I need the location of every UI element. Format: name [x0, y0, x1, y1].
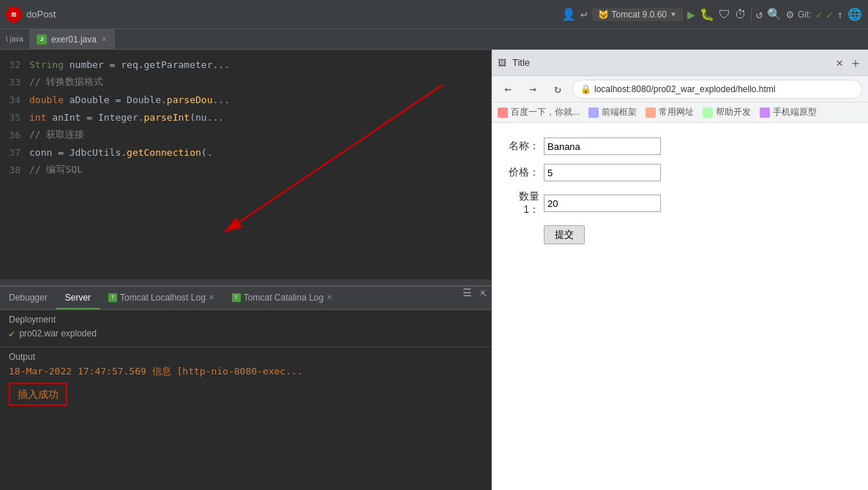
bookmarks-bar: 百度一下，你就... 前端框架 常用网址 帮助开发 手机端原型 [492, 102, 868, 123]
code-editor[interactable]: 32 String number = req.getParameter... 3… [0, 50, 491, 279]
browser-icon[interactable]: 🌐 [848, 7, 862, 21]
browser-title: Title [512, 57, 830, 68]
tab-tomcat-localhost[interactable]: T Tomcat Localhost Log ✕ [100, 287, 223, 309]
tomcat-catalina-icon: T [232, 293, 241, 302]
deployment-name: pro02.war exploded [19, 328, 96, 339]
main-toolbar: m doPost 👤 ↩ 🐱 Tomcat 9.0.60 ▼ ▶ 🐛 🛡 ⏱ ↺… [0, 0, 868, 29]
price-input[interactable] [544, 164, 661, 181]
browser-window-icon: 🖼 [498, 58, 506, 68]
bookmark-help[interactable]: 帮助开发 [703, 106, 751, 118]
quantity-label: 数量1： [506, 190, 539, 216]
menu-icon[interactable]: ☰ [458, 287, 476, 309]
breadcrumb: \ java [0, 29, 29, 49]
profile-icon[interactable]: ⏱ [735, 7, 747, 21]
user-icon[interactable]: 👤 [561, 7, 576, 21]
java-file-icon: J [37, 34, 47, 45]
search-icon[interactable]: 🔍 [767, 7, 782, 21]
close-tomcat-catalina-icon[interactable]: ✕ [326, 293, 332, 301]
form-row-name: 名称： [506, 137, 853, 155]
code-line-36: 36 // 获取连接 [0, 126, 491, 143]
name-label: 名称： [506, 140, 539, 153]
tomcat-selector[interactable]: 🐱 Tomcat 9.0.60 ▼ [592, 8, 683, 21]
tab-debugger[interactable]: Debugger [0, 287, 56, 309]
output-label: Output [9, 352, 482, 362]
output-log-line: 18-Mar-2022 17:47:57.569 信息 [http-nio-80… [9, 365, 482, 378]
deployment-label: Deployment [9, 314, 482, 325]
submit-button[interactable]: 提交 [544, 225, 585, 244]
git-check-icon[interactable]: ✓ [816, 9, 822, 20]
form-row-submit: 提交 [506, 225, 853, 244]
code-line-32: 32 String number = req.getParameter... [0, 56, 491, 73]
bookmark-baidu[interactable]: 百度一下，你就... [498, 106, 580, 118]
tomcat-icon: T [108, 293, 117, 302]
code-scrollbar[interactable] [0, 279, 491, 285]
git-check2-icon[interactable]: ✓ [826, 9, 832, 20]
code-line-34: 34 double aDouble = Double.parseDou... [0, 91, 491, 108]
output-section: Output 18-Mar-2022 17:47:57.569 信息 [http… [0, 347, 491, 410]
address-bar[interactable]: 🔒 localhost:8080/pro02_war_exploded/hell… [572, 80, 862, 99]
form-row-price: 价格： [506, 164, 853, 181]
file-tab-exer01[interactable]: J exer01.java ✕ [29, 29, 115, 49]
app-logo: m [6, 7, 22, 23]
help-bookmark-icon [703, 108, 713, 118]
deployment-check-icon: ✔ [9, 328, 15, 339]
bookmark-common[interactable]: 常用网址 [646, 106, 694, 118]
bookmark-frontend[interactable]: 前端框架 [588, 106, 637, 118]
editor-tab-bar: \ java J exer01.java ✕ [0, 29, 868, 50]
code-lines: 32 String number = req.getParameter... 3… [0, 50, 491, 184]
git-label: Git: [798, 10, 812, 20]
browser-panel: 🖼 Title ✕ ＋ ← → ↻ 🔒 localhost:8080/pro02… [492, 50, 868, 490]
baidu-bookmark-icon [498, 108, 508, 118]
bookmark-mobile[interactable]: 手机端原型 [760, 106, 817, 118]
mobile-bookmark-icon [760, 108, 770, 118]
success-box: 插入成功 [9, 382, 67, 406]
price-label: 价格： [506, 166, 539, 179]
main-area: 32 String number = req.getParameter... 3… [0, 50, 868, 490]
frontend-bookmark-icon [588, 108, 599, 118]
new-tab-icon[interactable]: ＋ [849, 54, 862, 72]
undo-icon[interactable]: ↺ [756, 7, 763, 21]
browser-titlebar: 🖼 Title ✕ ＋ [492, 50, 868, 76]
debug-icon[interactable]: 🐛 [700, 7, 714, 21]
common-bookmark-icon [646, 108, 656, 118]
tab-server[interactable]: Server [56, 287, 100, 309]
code-line-33: 33 // 转换数据格式 [0, 73, 491, 91]
reload-button[interactable]: ↻ [547, 79, 568, 99]
browser-navbar: ← → ↻ 🔒 localhost:8080/pro02_war_explode… [492, 76, 868, 102]
form-row-quantity: 数量1： [506, 190, 853, 216]
code-line-35: 35 int anInt = Integer.parseInt(nu... [0, 108, 491, 126]
close-tab-icon[interactable]: ✕ [101, 35, 107, 43]
quantity-input[interactable] [544, 195, 661, 212]
deployment-item: ✔ pro02.war exploded [9, 325, 482, 342]
settings-icon[interactable]: ⚙ [786, 7, 793, 21]
app-name: doPost [26, 9, 56, 20]
browser-close-icon[interactable]: ✕ [836, 56, 843, 69]
back-button[interactable]: ← [498, 79, 518, 99]
lock-icon: 🔒 [580, 84, 591, 94]
ide-panel: 32 String number = req.getParameter... 3… [0, 50, 492, 490]
bottom-panel: Debugger Server T Tomcat Localhost Log ✕… [0, 285, 491, 490]
close-tomcat-localhost-icon[interactable]: ✕ [209, 293, 214, 301]
browser-window-controls: ✕ ＋ [836, 54, 862, 72]
run-button[interactable]: ▶ [687, 7, 695, 22]
git-push-icon[interactable]: ↑ [837, 9, 843, 20]
coverage-icon[interactable]: 🛡 [719, 7, 730, 21]
bottom-content: Deployment ✔ pro02.war exploded Output 1… [0, 310, 491, 490]
expand-icon[interactable]: ⇱ [476, 287, 491, 309]
bottom-tab-bar: Debugger Server T Tomcat Localhost Log ✕… [0, 287, 491, 310]
code-line-38: 38 // 编写SQL [0, 161, 491, 178]
deployment-section: Deployment ✔ pro02.war exploded [0, 310, 491, 347]
name-input[interactable] [544, 137, 661, 155]
code-line-37: 37 conn = JdbcUtils.getConnection(. [0, 143, 491, 161]
tab-tomcat-catalina[interactable]: T Tomcat Catalina Log ✕ [223, 287, 341, 309]
back-arrow-icon[interactable]: ↩ [580, 7, 588, 21]
browser-content: 名称： 价格： 数量1： 提交 [492, 123, 868, 490]
success-text: 插入成功 [18, 388, 59, 400]
forward-button[interactable]: → [523, 79, 543, 99]
url-text: localhost:8080/pro02_war_exploded/hello.… [594, 84, 776, 94]
